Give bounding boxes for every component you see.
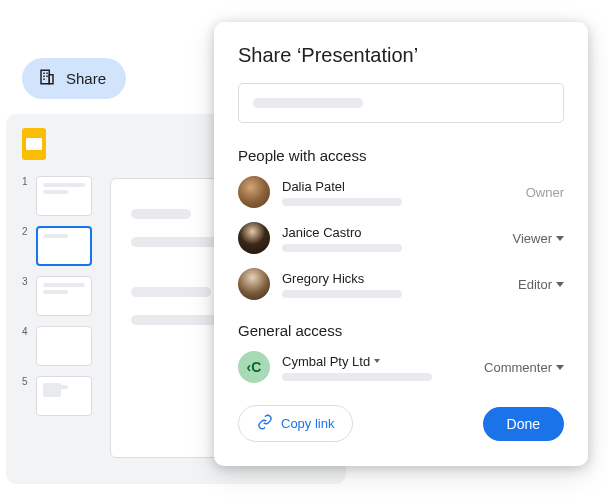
copy-link-label: Copy link — [281, 416, 334, 431]
chevron-down-icon — [374, 359, 380, 363]
person-email-placeholder — [282, 198, 402, 206]
avatar — [238, 222, 270, 254]
share-dialog: Share ‘Presentation’ People with access … — [214, 22, 588, 466]
avatar — [238, 268, 270, 300]
org-row: ‹C Cymbal Pty Ltd Commenter — [238, 351, 564, 383]
copy-link-button[interactable]: Copy link — [238, 405, 353, 442]
person-name: Dalia Patel — [282, 179, 514, 194]
person-row: Janice Castro Viewer — [238, 222, 564, 254]
role-dropdown[interactable]: Commenter — [484, 360, 564, 375]
person-email-placeholder — [282, 244, 402, 252]
slide-thumbnail[interactable] — [36, 326, 92, 366]
role-dropdown[interactable]: Viewer — [512, 231, 564, 246]
share-chip[interactable]: Share — [22, 58, 126, 99]
done-button[interactable]: Done — [483, 407, 564, 441]
general-access-heading: General access — [238, 322, 564, 339]
svg-rect-1 — [49, 75, 53, 84]
slides-logo-icon — [22, 128, 46, 160]
role-dropdown[interactable]: Editor — [518, 277, 564, 292]
chevron-down-icon — [556, 236, 564, 241]
chevron-down-icon — [556, 365, 564, 370]
person-name: Gregory Hicks — [282, 271, 506, 286]
svg-rect-0 — [41, 70, 49, 84]
building-icon — [38, 68, 56, 89]
thumb-number: 1 — [22, 176, 30, 187]
org-sub-placeholder — [282, 373, 432, 381]
avatar — [238, 176, 270, 208]
share-chip-label: Share — [66, 70, 106, 87]
slide-thumbnail[interactable] — [36, 276, 92, 316]
org-name-dropdown[interactable]: Cymbal Pty Ltd — [282, 354, 472, 369]
person-row: Dalia Patel Owner — [238, 176, 564, 208]
person-name: Janice Castro — [282, 225, 500, 240]
person-email-placeholder — [282, 290, 402, 298]
slide-thumbnail[interactable] — [36, 376, 92, 416]
people-access-heading: People with access — [238, 147, 564, 164]
role-owner: Owner — [526, 185, 564, 200]
input-placeholder — [253, 98, 363, 108]
slide-thumbnail[interactable] — [36, 176, 92, 216]
slide-thumbnail[interactable] — [36, 226, 92, 266]
add-people-input[interactable] — [238, 83, 564, 123]
org-badge-icon: ‹C — [238, 351, 270, 383]
slide-thumbnails: 1 2 3 4 5 — [22, 176, 92, 458]
chevron-down-icon — [556, 282, 564, 287]
person-row: Gregory Hicks Editor — [238, 268, 564, 300]
link-icon — [257, 414, 273, 433]
thumb-number: 4 — [22, 326, 30, 337]
thumb-number: 3 — [22, 276, 30, 287]
dialog-title: Share ‘Presentation’ — [238, 44, 564, 67]
thumb-number: 5 — [22, 376, 30, 387]
thumb-number: 2 — [22, 226, 30, 237]
